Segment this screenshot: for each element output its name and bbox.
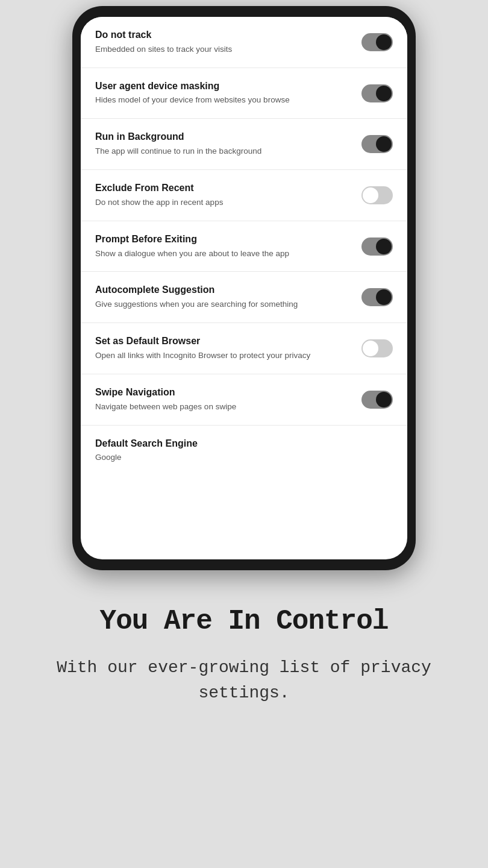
bottom-section: You Are In Control With our ever-growing…: [0, 570, 488, 742]
settings-list: Do not trackEmbedded on sites to track y…: [81, 17, 407, 476]
toggle-do-not-track[interactable]: [361, 33, 393, 51]
settings-text-exclude-from-recent: Exclude From RecentDo not show the app i…: [95, 182, 361, 209]
settings-title-user-agent: User agent device masking: [95, 80, 352, 93]
settings-title-autocomplete-suggestion: Autocomplete Suggestion: [95, 284, 352, 297]
headline: You Are In Control: [24, 606, 464, 637]
settings-desc-user-agent: Hides model of your device from websites…: [95, 95, 352, 106]
toggle-exclude-from-recent[interactable]: [361, 186, 393, 204]
toggle-knob-autocomplete-suggestion: [376, 289, 392, 305]
phone-shell: Do not trackEmbedded on sites to track y…: [72, 6, 416, 570]
settings-desc-prompt-before-exiting: Show a dialogue when you are about to le…: [95, 248, 352, 260]
settings-item-default-search-engine: Default Search EngineGoogle: [81, 426, 407, 476]
settings-desc-do-not-track: Embedded on sites to track your visits: [95, 44, 352, 55]
settings-text-run-in-background: Run in BackgroundThe app will continue t…: [95, 131, 361, 157]
settings-text-default-search-engine: Default Search EngineGoogle: [95, 438, 393, 464]
toggle-knob-exclude-from-recent: [363, 187, 378, 203]
toggle-autocomplete-suggestion[interactable]: [361, 288, 393, 306]
toggle-knob-swipe-navigation: [376, 392, 392, 407]
toggle-knob-set-as-default-browser: [363, 341, 378, 356]
settings-text-autocomplete-suggestion: Autocomplete SuggestionGive suggestions …: [95, 284, 361, 310]
settings-item-autocomplete-suggestion[interactable]: Autocomplete SuggestionGive suggestions …: [81, 272, 407, 323]
settings-title-do-not-track: Do not track: [95, 29, 352, 42]
toggle-run-in-background[interactable]: [361, 135, 393, 153]
settings-item-swipe-navigation[interactable]: Swipe NavigationNavigate between web pag…: [81, 374, 407, 426]
settings-title-set-as-default-browser: Set as Default Browser: [95, 335, 352, 348]
toggle-knob-run-in-background: [376, 136, 392, 152]
subtext: With our ever-growing list of privacy se…: [24, 655, 464, 706]
settings-desc-default-search-engine: Google: [95, 452, 383, 464]
settings-desc-exclude-from-recent: Do not show the app in recent apps: [95, 197, 352, 209]
settings-desc-autocomplete-suggestion: Give suggestions when you are searching …: [95, 299, 352, 310]
settings-title-exclude-from-recent: Exclude From Recent: [95, 182, 352, 195]
settings-title-prompt-before-exiting: Prompt Before Exiting: [95, 233, 352, 246]
toggle-knob-do-not-track: [376, 34, 392, 50]
settings-item-run-in-background[interactable]: Run in BackgroundThe app will continue t…: [81, 119, 407, 170]
toggle-knob-prompt-before-exiting: [376, 239, 392, 254]
settings-item-exclude-from-recent[interactable]: Exclude From RecentDo not show the app i…: [81, 170, 407, 221]
toggle-knob-user-agent: [376, 86, 392, 101]
settings-title-swipe-navigation: Swipe Navigation: [95, 386, 352, 399]
settings-item-prompt-before-exiting[interactable]: Prompt Before ExitingShow a dialogue whe…: [81, 221, 407, 272]
settings-item-set-as-default-browser[interactable]: Set as Default BrowserOpen all links wit…: [81, 323, 407, 374]
settings-title-run-in-background: Run in Background: [95, 131, 352, 143]
settings-title-default-search-engine: Default Search Engine: [95, 438, 383, 450]
settings-desc-swipe-navigation: Navigate between web pages on swipe: [95, 401, 352, 413]
settings-item-do-not-track[interactable]: Do not trackEmbedded on sites to track y…: [81, 17, 407, 68]
settings-text-set-as-default-browser: Set as Default BrowserOpen all links wit…: [95, 335, 361, 362]
settings-item-user-agent[interactable]: User agent device maskingHides model of …: [81, 68, 407, 119]
settings-text-do-not-track: Do not trackEmbedded on sites to track y…: [95, 29, 361, 55]
toggle-swipe-navigation[interactable]: [361, 391, 393, 409]
settings-desc-run-in-background: The app will continue to run in the back…: [95, 146, 352, 157]
settings-desc-set-as-default-browser: Open all links with Incognito Browser to…: [95, 350, 352, 362]
settings-text-swipe-navigation: Swipe NavigationNavigate between web pag…: [95, 386, 361, 413]
settings-text-prompt-before-exiting: Prompt Before ExitingShow a dialogue whe…: [95, 233, 361, 260]
settings-text-user-agent: User agent device maskingHides model of …: [95, 80, 361, 107]
toggle-prompt-before-exiting[interactable]: [361, 237, 393, 256]
toggle-user-agent[interactable]: [361, 84, 393, 102]
toggle-set-as-default-browser[interactable]: [361, 339, 393, 357]
phone-screen: Do not trackEmbedded on sites to track y…: [81, 17, 407, 559]
